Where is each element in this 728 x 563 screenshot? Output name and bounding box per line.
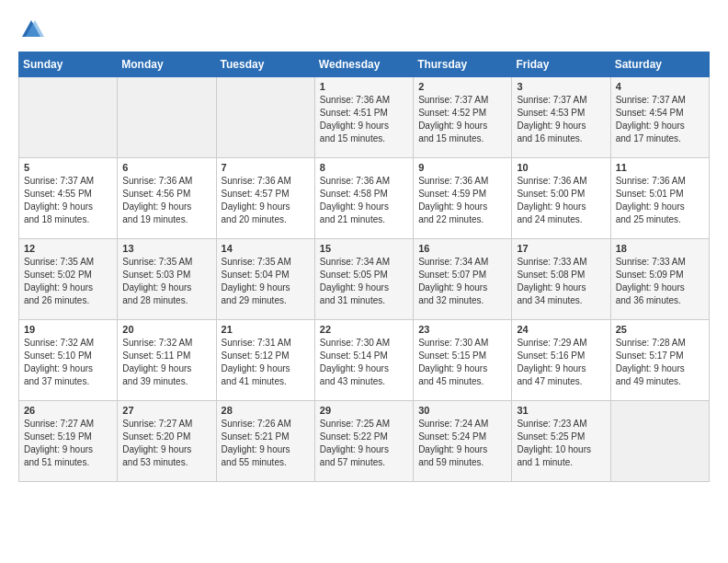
day-number: 29: [320, 405, 408, 416]
day-number: 27: [122, 405, 210, 416]
cell-content: Sunrise: 7:23 AM Sunset: 5:25 PM Dayligh…: [517, 418, 605, 469]
day-number: 28: [222, 405, 310, 416]
calendar-cell: 9Sunrise: 7:36 AM Sunset: 4:59 PM Daylig…: [414, 158, 512, 239]
day-number: 3: [517, 81, 605, 92]
day-number: 7: [222, 162, 310, 173]
cell-content: Sunrise: 7:34 AM Sunset: 5:05 PM Dayligh…: [320, 256, 408, 307]
day-number: 16: [418, 243, 506, 254]
cell-content: Sunrise: 7:36 AM Sunset: 4:57 PM Dayligh…: [222, 175, 310, 226]
day-number: 22: [320, 324, 408, 335]
day-number: 12: [24, 243, 112, 254]
cell-content: Sunrise: 7:37 AM Sunset: 4:55 PM Dayligh…: [24, 175, 112, 226]
cell-content: Sunrise: 7:37 AM Sunset: 4:53 PM Dayligh…: [517, 94, 605, 145]
calendar-cell: 8Sunrise: 7:36 AM Sunset: 4:58 PM Daylig…: [314, 158, 413, 239]
day-number: 2: [418, 81, 506, 92]
cell-content: Sunrise: 7:30 AM Sunset: 5:14 PM Dayligh…: [320, 337, 408, 388]
calendar-cell: 16Sunrise: 7:34 AM Sunset: 5:07 PM Dayli…: [414, 239, 512, 320]
cell-content: Sunrise: 7:36 AM Sunset: 4:59 PM Dayligh…: [418, 175, 506, 226]
logo-icon: [18, 17, 44, 42]
calendar-cell: 6Sunrise: 7:36 AM Sunset: 4:56 PM Daylig…: [118, 158, 216, 239]
calendar-cell: 11Sunrise: 7:36 AM Sunset: 5:01 PM Dayli…: [610, 158, 709, 239]
calendar-cell: 28Sunrise: 7:26 AM Sunset: 5:21 PM Dayli…: [216, 401, 314, 482]
cell-content: Sunrise: 7:30 AM Sunset: 5:15 PM Dayligh…: [418, 337, 506, 388]
calendar-cell: [216, 77, 314, 158]
day-number: 18: [616, 243, 704, 254]
calendar-cell: 18Sunrise: 7:33 AM Sunset: 5:09 PM Dayli…: [610, 239, 709, 320]
cell-content: Sunrise: 7:37 AM Sunset: 4:54 PM Dayligh…: [616, 94, 704, 145]
calendar-cell: [19, 77, 118, 158]
calendar-cell: 20Sunrise: 7:32 AM Sunset: 5:11 PM Dayli…: [118, 320, 216, 401]
calendar-cell: 31Sunrise: 7:23 AM Sunset: 5:25 PM Dayli…: [512, 401, 610, 482]
calendar-cell: 21Sunrise: 7:31 AM Sunset: 5:12 PM Dayli…: [216, 320, 314, 401]
cell-content: Sunrise: 7:36 AM Sunset: 4:51 PM Dayligh…: [320, 94, 408, 145]
cell-content: Sunrise: 7:35 AM Sunset: 5:03 PM Dayligh…: [122, 256, 210, 307]
day-number: 21: [222, 324, 310, 335]
cell-content: Sunrise: 7:35 AM Sunset: 5:02 PM Dayligh…: [24, 256, 112, 307]
calendar-cell: 7Sunrise: 7:36 AM Sunset: 4:57 PM Daylig…: [216, 158, 314, 239]
cell-content: Sunrise: 7:27 AM Sunset: 5:20 PM Dayligh…: [122, 418, 210, 469]
cell-content: Sunrise: 7:36 AM Sunset: 4:56 PM Dayligh…: [122, 175, 210, 226]
day-number: 11: [616, 162, 704, 173]
calendar-cell: [118, 77, 216, 158]
calendar-cell: 24Sunrise: 7:29 AM Sunset: 5:16 PM Dayli…: [512, 320, 610, 401]
col-header-friday: Friday: [512, 52, 610, 77]
day-number: 9: [418, 162, 506, 173]
cell-content: Sunrise: 7:27 AM Sunset: 5:19 PM Dayligh…: [24, 418, 112, 469]
cell-content: Sunrise: 7:33 AM Sunset: 5:09 PM Dayligh…: [616, 256, 704, 307]
week-row-4: 19Sunrise: 7:32 AM Sunset: 5:10 PM Dayli…: [19, 320, 710, 401]
col-header-wednesday: Wednesday: [314, 52, 413, 77]
calendar-cell: 19Sunrise: 7:32 AM Sunset: 5:10 PM Dayli…: [19, 320, 118, 401]
calendar-cell: 15Sunrise: 7:34 AM Sunset: 5:05 PM Dayli…: [314, 239, 413, 320]
day-number: 25: [616, 324, 704, 335]
day-number: 8: [320, 162, 408, 173]
col-header-tuesday: Tuesday: [216, 52, 314, 77]
day-number: 1: [320, 81, 408, 92]
header-row: SundayMondayTuesdayWednesdayThursdayFrid…: [19, 52, 710, 77]
cell-content: Sunrise: 7:25 AM Sunset: 5:22 PM Dayligh…: [320, 418, 408, 469]
calendar-cell: 4Sunrise: 7:37 AM Sunset: 4:54 PM Daylig…: [610, 77, 709, 158]
week-row-5: 26Sunrise: 7:27 AM Sunset: 5:19 PM Dayli…: [19, 401, 710, 482]
cell-content: Sunrise: 7:31 AM Sunset: 5:12 PM Dayligh…: [222, 337, 310, 388]
day-number: 15: [320, 243, 408, 254]
day-number: 23: [418, 324, 506, 335]
cell-content: Sunrise: 7:36 AM Sunset: 5:01 PM Dayligh…: [616, 175, 704, 226]
col-header-saturday: Saturday: [610, 52, 709, 77]
calendar-cell: 2Sunrise: 7:37 AM Sunset: 4:52 PM Daylig…: [414, 77, 512, 158]
calendar-cell: 22Sunrise: 7:30 AM Sunset: 5:14 PM Dayli…: [314, 320, 413, 401]
day-number: 26: [24, 405, 112, 416]
day-number: 17: [517, 243, 605, 254]
calendar-cell: 27Sunrise: 7:27 AM Sunset: 5:20 PM Dayli…: [118, 401, 216, 482]
page: SundayMondayTuesdayWednesdayThursdayFrid…: [0, 0, 728, 499]
cell-content: Sunrise: 7:36 AM Sunset: 4:58 PM Dayligh…: [320, 175, 408, 226]
calendar-cell: 14Sunrise: 7:35 AM Sunset: 5:04 PM Dayli…: [216, 239, 314, 320]
calendar-cell: 25Sunrise: 7:28 AM Sunset: 5:17 PM Dayli…: [610, 320, 709, 401]
day-number: 14: [222, 243, 310, 254]
col-header-thursday: Thursday: [414, 52, 512, 77]
day-number: 10: [517, 162, 605, 173]
week-row-3: 12Sunrise: 7:35 AM Sunset: 5:02 PM Dayli…: [19, 239, 710, 320]
col-header-monday: Monday: [118, 52, 216, 77]
col-header-sunday: Sunday: [19, 52, 118, 77]
calendar-cell: 13Sunrise: 7:35 AM Sunset: 5:03 PM Dayli…: [118, 239, 216, 320]
cell-content: Sunrise: 7:35 AM Sunset: 5:04 PM Dayligh…: [222, 256, 310, 307]
calendar-cell: 10Sunrise: 7:36 AM Sunset: 5:00 PM Dayli…: [512, 158, 610, 239]
day-number: 30: [418, 405, 506, 416]
calendar-table: SundayMondayTuesdayWednesdayThursdayFrid…: [18, 52, 710, 482]
day-number: 19: [24, 324, 112, 335]
calendar-cell: 17Sunrise: 7:33 AM Sunset: 5:08 PM Dayli…: [512, 239, 610, 320]
week-row-1: 1Sunrise: 7:36 AM Sunset: 4:51 PM Daylig…: [19, 77, 710, 158]
cell-content: Sunrise: 7:28 AM Sunset: 5:17 PM Dayligh…: [616, 337, 704, 388]
calendar-cell: 30Sunrise: 7:24 AM Sunset: 5:24 PM Dayli…: [414, 401, 512, 482]
calendar-cell: 3Sunrise: 7:37 AM Sunset: 4:53 PM Daylig…: [512, 77, 610, 158]
cell-content: Sunrise: 7:32 AM Sunset: 5:10 PM Dayligh…: [24, 337, 112, 388]
cell-content: Sunrise: 7:29 AM Sunset: 5:16 PM Dayligh…: [517, 337, 605, 388]
header: [18, 17, 710, 42]
logo: [18, 17, 48, 42]
week-row-2: 5Sunrise: 7:37 AM Sunset: 4:55 PM Daylig…: [19, 158, 710, 239]
cell-content: Sunrise: 7:32 AM Sunset: 5:11 PM Dayligh…: [122, 337, 210, 388]
calendar-cell: 23Sunrise: 7:30 AM Sunset: 5:15 PM Dayli…: [414, 320, 512, 401]
day-number: 31: [517, 405, 605, 416]
day-number: 6: [122, 162, 210, 173]
day-number: 13: [122, 243, 210, 254]
calendar-cell: 12Sunrise: 7:35 AM Sunset: 5:02 PM Dayli…: [19, 239, 118, 320]
